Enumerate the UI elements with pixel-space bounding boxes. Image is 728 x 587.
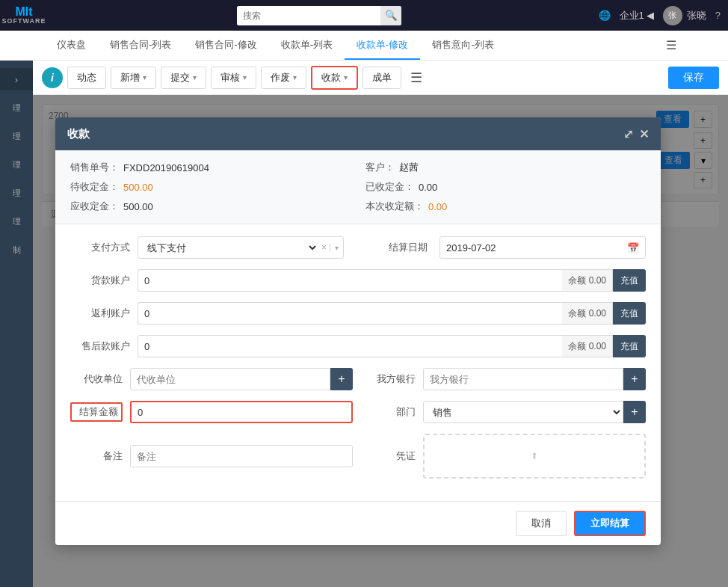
search-box: 🔍 <box>237 6 401 25</box>
current-collect-value: 0.00 <box>428 201 447 212</box>
note-input[interactable] <box>130 445 353 467</box>
pending-deposit-value: 500.00 <box>123 182 153 193</box>
cancel-label: 取消 <box>531 517 551 529</box>
receivable-value: 500.00 <box>123 201 153 212</box>
dynamic-button[interactable]: 动态 <box>67 67 106 89</box>
rebate-account-input[interactable] <box>138 302 562 325</box>
customer-label: 客户： <box>365 161 395 174</box>
calendar-icon[interactable]: 📅 <box>621 242 645 253</box>
department-select[interactable]: 销售 <box>423 401 623 423</box>
modal-header: 收款 ⤢ ✕ <box>55 117 661 150</box>
rebate-recharge-button[interactable]: 充值 <box>613 302 646 325</box>
nav-tabs: 仪表盘 销售合同-列表 销售合同-修改 收款单-列表 收款单-修改 销售意向-列… <box>0 31 728 61</box>
collected-deposit-label: 已收定金： <box>365 180 414 194</box>
department-add-button[interactable]: + <box>623 401 646 423</box>
collection-unit-add-button[interactable]: + <box>330 368 353 390</box>
top-bar: MIt SOFTWARE 🔍 🌐 企业1 ◀ 张 张晓 ? <box>0 0 728 31</box>
nav-tab-dashboard[interactable]: 仪表盘 <box>45 31 98 60</box>
deposit-balance-text: 余额 0.00 <box>568 274 606 287</box>
voucher-col: 凭证 ⬆ <box>363 434 646 479</box>
department-col: 部门 销售 + <box>363 401 646 423</box>
audit-label: 审核 <box>220 71 240 84</box>
audit-button[interactable]: 审核 ▾ <box>211 67 256 89</box>
user-name: 张晓 <box>687 9 706 22</box>
settlement-amount-input[interactable] <box>130 401 353 423</box>
deposit-account-input[interactable] <box>138 269 562 292</box>
bank-label: 我方银行 <box>363 372 416 386</box>
nav-tab-receipt-list[interactable]: 收款单-列表 <box>269 31 345 60</box>
sidebar-item-2[interactable]: 理 <box>3 123 30 150</box>
modal-header-actions: ⤢ ✕ <box>623 127 649 141</box>
settlement-date-wrapper: 📅 <box>439 236 646 259</box>
bank-add-button[interactable]: + <box>623 368 646 390</box>
modal-expand-icon[interactable]: ⤢ <box>623 127 633 141</box>
toolbar-menu-icon[interactable]: ☰ <box>406 67 427 88</box>
logo-text: MIt <box>15 5 32 19</box>
receivable-row: 应收定金： 500.00 <box>70 200 351 213</box>
search-input[interactable] <box>237 6 380 25</box>
bank-input[interactable] <box>423 368 623 390</box>
modal-overlay: 收款 ⤢ ✕ 销售单号： FXDD20190619004 <box>33 95 728 587</box>
modal-body: 销售单号： FXDD20190619004 客户： 赵茜 待收定金： 500.0… <box>55 150 661 501</box>
nav-tab-sales-edit[interactable]: 销售合同-修改 <box>183 31 268 60</box>
globe-icon[interactable]: 🌐 <box>599 10 611 21</box>
payment-method-select-wrapper: 线下支付 × ▾ <box>138 236 344 259</box>
sidebar-item-4[interactable]: 理 <box>3 180 30 207</box>
add-button[interactable]: 新增 ▾ <box>111 67 156 89</box>
aftersale-balance: 余额 0.00 <box>562 335 613 357</box>
sidebar-item-1[interactable]: 理 <box>3 95 30 122</box>
sidebar-item-5[interactable]: 理 <box>3 209 30 236</box>
add-chevron-icon: ▾ <box>143 73 146 82</box>
aftersale-recharge-label: 充值 <box>620 341 638 351</box>
modal-title: 收款 <box>67 127 623 141</box>
modal-close-icon[interactable]: ✕ <box>639 127 649 141</box>
settlement-date-label: 结算日期 <box>389 241 428 254</box>
user-info[interactable]: 张 张晓 <box>663 6 706 25</box>
sidebar-item-6[interactable]: 制 <box>3 237 30 264</box>
nav-tab-intent-list[interactable]: 销售意向-列表 <box>420 31 505 60</box>
save-button[interactable]: 保存 <box>668 67 719 89</box>
complete-label: 成单 <box>372 71 392 84</box>
operate-label: 作废 <box>271 71 290 84</box>
department-wrap: 销售 + <box>423 401 646 423</box>
aftersale-account-input[interactable] <box>138 335 562 357</box>
submit-button[interactable]: 提交 ▾ <box>161 67 206 89</box>
sale-order-row: 销售单号： FXDD20190619004 <box>70 161 351 174</box>
form-section: 支付方式 线下支付 × ▾ 结算日期 <box>55 224 661 501</box>
rebate-account-row: 返利账户 余额 0.00 充值 <box>70 302 646 325</box>
aftersale-recharge-button[interactable]: 充值 <box>613 335 646 357</box>
nav-tab-sales-list[interactable]: 销售合同-列表 <box>98 31 183 60</box>
payment-method-select[interactable]: 线下支付 <box>138 237 318 258</box>
department-label: 部门 <box>363 405 416 419</box>
rebate-balance-text: 余额 0.00 <box>568 307 606 320</box>
current-collect-row: 本次收定额： 0.00 <box>365 200 646 213</box>
settlement-date-input[interactable] <box>440 237 621 258</box>
deposit-recharge-label: 充值 <box>620 275 638 286</box>
payment-method-clear-icon[interactable]: × <box>318 242 330 253</box>
collect-button[interactable]: 收款 ▾ <box>311 66 358 90</box>
complete-button[interactable]: 成单 <box>363 67 401 89</box>
company-selector[interactable]: 企业1 ◀ <box>620 9 654 22</box>
confirm-button[interactable]: 立即结算 <box>574 511 646 536</box>
nav-menu-icon[interactable]: ☰ <box>659 34 683 58</box>
note-wrap <box>130 445 353 467</box>
operate-button[interactable]: 作废 ▾ <box>261 67 306 89</box>
logo-subtext: SOFTWARE <box>2 18 46 25</box>
help-icon[interactable]: ? <box>715 10 721 21</box>
sidebar-expand-btn[interactable]: › <box>0 68 33 90</box>
info-button[interactable]: i <box>42 67 63 88</box>
company-chevron-icon: ◀ <box>647 10 654 21</box>
sidebar-item-3[interactable]: 理 <box>3 152 30 179</box>
collection-unit-input[interactable] <box>130 368 330 390</box>
search-button[interactable]: 🔍 <box>380 6 401 25</box>
deposit-recharge-button[interactable]: 充值 <box>613 269 646 292</box>
modal-footer: 取消 立即结算 <box>55 501 661 545</box>
content-area: i 动态 新增 ▾ 提交 ▾ 审核 ▾ 作废 ▾ 收款 <box>33 61 728 587</box>
payment-method-label: 支付方式 <box>70 241 130 254</box>
add-label: 新增 <box>120 71 140 84</box>
note-voucher-row: 备注 凭证 ⬆ <box>70 434 646 479</box>
rebate-balance: 余额 0.00 <box>562 302 613 325</box>
cancel-button[interactable]: 取消 <box>516 511 567 536</box>
nav-tab-receipt-edit[interactable]: 收款单-修改 <box>345 31 420 60</box>
voucher-upload-area[interactable]: ⬆ <box>423 434 646 479</box>
